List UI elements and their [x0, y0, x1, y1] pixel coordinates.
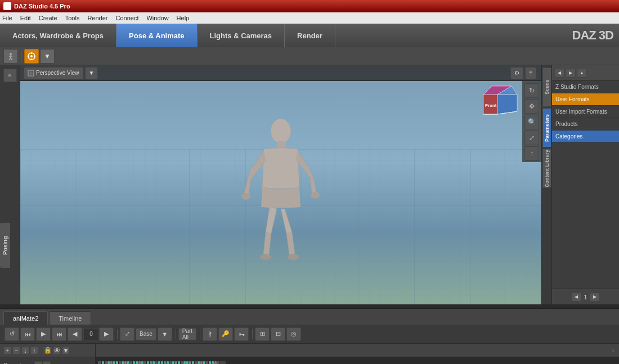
viewport-view-btn[interactable]: Perspective View	[24, 67, 83, 79]
frame-6	[116, 361, 118, 364]
left-tool-1[interactable]: ≡	[3, 69, 17, 82]
anim-btn-3[interactable]: ◎	[286, 327, 301, 341]
toolbar-sep-1	[21, 51, 22, 62]
viewport-settings[interactable]: ⚙	[510, 67, 523, 79]
toolbar-active-tool[interactable]	[24, 49, 39, 64]
bottom-panel: aniMate2 Timeline ↺ ⏮ ▶ ⏭ ◀ 0 ▶ ⤢ Base ▼…	[0, 308, 619, 364]
viewport-overlay[interactable]: ≡	[525, 67, 536, 79]
frame-number[interactable]: 0	[83, 328, 99, 340]
vtab-scene[interactable]: Scene	[542, 68, 551, 107]
frl-item-0[interactable]: Z Studio Formats	[552, 81, 619, 93]
frame-4	[110, 361, 113, 364]
key-btn-1[interactable]: ⚷	[203, 327, 217, 341]
frl-item-1[interactable]: User Formats	[552, 93, 619, 106]
menu-connect[interactable]: Connect	[116, 15, 139, 21]
tab-lights-cameras[interactable]: Lights & Cameras	[198, 24, 285, 47]
nav-cube[interactable]: Front	[481, 83, 520, 123]
frame-19	[152, 361, 155, 364]
key-btn-3[interactable]: 🗝	[234, 327, 249, 341]
tl-header: + − ↓ ↑ 🔒 👁 ▼	[0, 344, 95, 357]
menu-file[interactable]: File	[2, 15, 12, 21]
page-next-btn[interactable]: ▶	[590, 293, 600, 302]
svg-text:Front: Front	[485, 103, 497, 108]
3d-viewport[interactable]: Perspective View ▼ ⚙ ≡	[20, 65, 541, 304]
vtab-content-library[interactable]: Content Library	[542, 149, 551, 188]
btab-timeline[interactable]: Timeline	[49, 311, 91, 325]
tl-lock-btn[interactable]: 🔒	[44, 347, 52, 354]
menu-tools[interactable]: Tools	[65, 15, 80, 21]
vertical-tabs: Scene Parameters Content Library	[541, 65, 551, 304]
viewport-toolbar: Perspective View ▼ ⚙ ≡	[20, 65, 541, 81]
nav-up-btn[interactable]: ▲	[577, 69, 587, 78]
frame-3	[107, 361, 110, 364]
frame-24	[167, 361, 169, 364]
bt-sep-3	[200, 329, 200, 339]
tl-filter-btn[interactable]: ▼	[62, 347, 70, 354]
bt-sep-2	[176, 329, 176, 339]
frl-item-3[interactable]: Products	[552, 118, 619, 131]
rotate-view-btn[interactable]: ↻	[524, 83, 539, 98]
page-prev-btn[interactable]: ◀	[571, 293, 581, 302]
goto-end-btn[interactable]: ⏭	[52, 327, 66, 341]
tab-render[interactable]: Render	[285, 24, 335, 47]
anim-btn-2[interactable]: ⊟	[271, 327, 285, 341]
frame-thumb	[220, 361, 226, 364]
menu-create[interactable]: Create	[39, 15, 57, 21]
fit-all-btn[interactable]: ⤢	[120, 327, 134, 341]
btab-animate2[interactable]: aniMate2	[3, 311, 48, 325]
page-number: 1	[584, 294, 587, 300]
frame-38	[206, 361, 208, 364]
nav-next-btn[interactable]: ▶	[566, 69, 576, 78]
viewport-dropdown[interactable]: ▼	[85, 67, 98, 79]
key-btn-2[interactable]: 🔑	[218, 327, 233, 341]
track-collapse[interactable]: ■	[34, 361, 42, 364]
tl-remove-btn[interactable]: −	[12, 347, 20, 354]
anim-btn-1[interactable]: ⊞	[255, 327, 270, 341]
reset-view-btn[interactable]: ↑	[524, 146, 539, 161]
tab-actors[interactable]: Actors, Wardrobe & Props	[0, 24, 116, 47]
frame-2	[105, 361, 107, 364]
frl-item-4[interactable]: Categories	[552, 131, 619, 143]
goto-start-btn[interactable]: ⏮	[20, 327, 35, 341]
far-right-panel: ◀ ▶ ▲ Z Studio Formats User Formats User…	[551, 65, 619, 304]
vtab-parameters[interactable]: Parameters	[542, 108, 551, 147]
pan-view-btn[interactable]: ✥	[524, 99, 539, 114]
frame-strip	[98, 360, 617, 364]
main-area: ≡ Posing Perspective View ▼ ⚙ ≡	[0, 65, 619, 304]
toolbar-dropdown[interactable]: ▼	[40, 49, 55, 64]
tl-frames	[96, 357, 619, 364]
app-icon	[3, 2, 11, 10]
menu-render[interactable]: Render	[87, 15, 107, 21]
menu-window[interactable]: Window	[146, 15, 168, 21]
menu-help[interactable]: Help	[177, 15, 190, 21]
frame-7	[119, 361, 121, 364]
tab-pose-animate[interactable]: Pose & Animate	[116, 24, 198, 47]
bt-sep-1	[117, 329, 118, 339]
tl-eye-btn[interactable]: 👁	[53, 347, 61, 354]
timeline-labels: + − ↓ ↑ 🔒 👁 ▼ Genesis ■ ■	[0, 344, 96, 364]
frame-13	[136, 361, 138, 364]
tl-up-btn[interactable]: ↑	[30, 347, 38, 354]
frame-end	[217, 361, 219, 364]
next-frame-btn[interactable]: ▶	[99, 327, 114, 341]
daz-logo: DAZ 3D	[572, 28, 619, 43]
nav-prev-btn[interactable]: ◀	[554, 69, 564, 78]
base-dropdown[interactable]: ▼	[158, 327, 172, 341]
timeline-content: 1	[96, 344, 619, 364]
play-btn[interactable]: ▶	[36, 327, 51, 341]
toolbar-figure-btn[interactable]	[3, 49, 18, 64]
posing-side-tab[interactable]: Posing	[0, 223, 10, 268]
3d-figure	[239, 114, 323, 272]
menu-edit[interactable]: Edit	[20, 15, 31, 21]
track-visible[interactable]: ■	[43, 361, 51, 364]
far-right-nav: ◀ ▶ ▲	[554, 69, 587, 78]
prev-frame-btn[interactable]: ◀	[68, 327, 82, 341]
title-bar: DAZ Studio 4.5 Pro	[0, 0, 619, 12]
timeline-area: + − ↓ ↑ 🔒 👁 ▼ Genesis ■ ■ 1	[0, 344, 619, 364]
frl-item-2[interactable]: User Import Formats	[552, 106, 619, 118]
tl-down-btn[interactable]: ↓	[21, 347, 29, 354]
zoom-view-btn[interactable]: 🔍	[524, 115, 539, 129]
tl-add-btn[interactable]: +	[3, 347, 11, 354]
fit-view-btn[interactable]: ⤢	[524, 131, 539, 145]
rewind-btn[interactable]: ↺	[5, 327, 19, 341]
